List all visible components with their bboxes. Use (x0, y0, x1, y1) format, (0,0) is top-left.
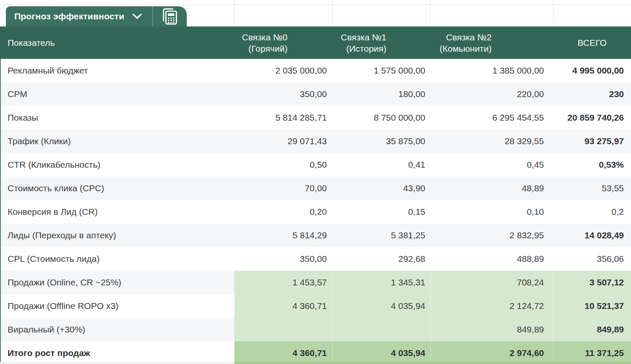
header-cell-bundle-2[interactable]: Связка №2 (Комьюнити) (430, 26, 553, 59)
table-row: Показы 5 814 285,71 8 750 000,00 6 295 4… (0, 106, 631, 129)
cell-value[interactable]: 28 329,55 (430, 129, 553, 153)
cell-value[interactable]: 2 832,95 (430, 224, 553, 247)
table-row: Продажи (Online, CR ~25%) 1 453,57 1 345… (0, 271, 631, 294)
cell-value[interactable]: 3 507,12 (553, 271, 631, 294)
row-label[interactable]: CTR (Кликабельность) (0, 153, 234, 177)
cell-value[interactable]: 2 035 000,00 (234, 59, 332, 82)
cell-value[interactable]: 8 750 000,00 (332, 106, 430, 129)
cell-value[interactable]: 11 371,25 (553, 341, 631, 364)
cell-value[interactable]: 849,89 (430, 318, 553, 341)
table-row: CPM 350,00 180,00 220,00 230 (0, 82, 631, 106)
column-gridline (430, 0, 431, 26)
table-row: Трафик (Клики) 29 071,43 35 875,00 28 32… (0, 129, 631, 153)
cell-value[interactable]: 180,00 (332, 82, 430, 106)
row-label[interactable]: Трафик (Клики) (0, 129, 234, 153)
table-row: Стоимость клика (CPC) 70,00 43,90 48,89 … (0, 177, 631, 200)
row-label[interactable]: Конверсия в Лид (CR) (0, 200, 234, 224)
row-label[interactable]: CPM (0, 82, 234, 106)
cell-value[interactable]: 0,15 (332, 200, 430, 224)
row-label[interactable]: Лиды (Переходы в аптеку) (0, 224, 234, 247)
cell-value[interactable]: 0,45 (430, 153, 553, 177)
table-title: Прогноз эффективности (14, 11, 125, 21)
table-row: Продажи (Offline ROPO x3) 4 360,71 4 035… (0, 294, 631, 318)
cell-value[interactable]: 35 875,00 (332, 129, 430, 153)
cell-value[interactable]: 1 575 000,00 (332, 59, 430, 82)
cell-value[interactable]: 10 521,37 (553, 294, 631, 318)
table-row: Рекламный бюджет 2 035 000,00 1 575 000,… (0, 59, 631, 82)
table-row-total: Итого рост продаж 4 360,71 4 035,94 2 97… (0, 341, 631, 364)
cell-value[interactable]: 1 453,57 (234, 271, 332, 294)
header-cell-bundle-0[interactable]: Связка №0 (Горячий) (234, 26, 332, 59)
cell-value[interactable]: 29 071,43 (234, 129, 332, 153)
cell-value[interactable]: 292,68 (332, 247, 430, 271)
cell-value[interactable]: 0,2 (553, 200, 631, 224)
column-gridline (553, 0, 554, 26)
cell-value[interactable]: 20 859 740,26 (553, 106, 631, 129)
calculator-icon (161, 7, 179, 26)
table-name-dropdown[interactable]: Прогноз эффективности (6, 6, 152, 26)
cell-value[interactable]: 2 124,72 (430, 294, 553, 318)
cell-value[interactable]: 708,24 (430, 271, 553, 294)
forecast-table: Показатель Связка №0 (Горячий) Связка №1… (0, 26, 631, 364)
cell-value[interactable]: 4 035,94 (332, 294, 430, 318)
row-gridline (0, 4, 631, 5)
spreadsheet-canvas: Прогноз эффективности (0, 0, 631, 364)
cell-value[interactable]: 1 345,31 (332, 271, 430, 294)
table-bottom-border (234, 362, 631, 364)
table-left-border (0, 59, 1, 364)
column-gridline (234, 0, 235, 26)
row-label[interactable]: CPL (Стоимость лида) (0, 247, 234, 271)
cell-value[interactable]: 4 995 000,00 (553, 59, 631, 82)
column-gridline (332, 0, 333, 26)
table-row: Виральный (+30%) 849,89 849,89 (0, 318, 631, 341)
cell-value[interactable]: 350,00 (234, 82, 332, 106)
cell-value[interactable]: 230 (553, 82, 631, 106)
cell-value[interactable]: 5 814 285,71 (234, 106, 332, 129)
table-row: CPL (Стоимость лида) 350,00 292,68 488,8… (0, 247, 631, 271)
cell-value[interactable]: 6 295 454,55 (430, 106, 553, 129)
cell-value[interactable]: 70,00 (234, 177, 332, 200)
cell-value[interactable]: 14 028,49 (553, 224, 631, 247)
row-label[interactable]: Рекламный бюджет (0, 59, 234, 82)
header-cell-total[interactable]: ВСЕГО (553, 26, 631, 59)
header-cell-bundle-1[interactable]: Связка №1 (История) (332, 26, 430, 59)
row-label[interactable]: Итого рост продаж (0, 341, 234, 364)
cell-value[interactable]: 849,89 (553, 318, 631, 341)
table-row: Лиды (Переходы в аптеку) 5 814,29 5 381,… (0, 224, 631, 247)
cell-value[interactable]: 4 360,71 (234, 294, 332, 318)
cell-value[interactable] (332, 318, 430, 341)
cell-value[interactable]: 356,06 (553, 247, 631, 271)
row-label[interactable]: Продажи (Offline ROPO x3) (0, 294, 234, 318)
cell-value[interactable]: 0,41 (332, 153, 430, 177)
cell-value[interactable]: 5 814,29 (234, 224, 332, 247)
cell-value[interactable] (234, 318, 332, 341)
cell-value[interactable]: 0,20 (234, 200, 332, 224)
cell-value[interactable]: 0,53% (553, 153, 631, 177)
table-row: CTR (Кликабельность) 0,50 0,41 0,45 0,53… (0, 153, 631, 177)
cell-value[interactable]: 488,89 (430, 247, 553, 271)
cell-value[interactable]: 1 385 000,00 (430, 59, 553, 82)
table-bottom-border (0, 362, 234, 364)
calculator-button[interactable] (153, 6, 187, 26)
row-label[interactable]: Стоимость клика (CPC) (0, 177, 234, 200)
cell-value[interactable]: 0,50 (234, 153, 332, 177)
header-cell-metric[interactable]: Показатель (0, 26, 234, 59)
cell-value[interactable]: 0,10 (430, 200, 553, 224)
row-label[interactable]: Продажи (Online, CR ~25%) (0, 271, 234, 294)
cell-value[interactable]: 5 381,25 (332, 224, 430, 247)
cell-value[interactable]: 53,55 (553, 177, 631, 200)
cell-value[interactable]: 93 275,97 (553, 129, 631, 153)
table-widget-tab: Прогноз эффективности (6, 6, 187, 26)
chevron-down-icon[interactable] (132, 13, 142, 19)
row-label[interactable]: Виральный (+30%) (0, 318, 234, 341)
cell-value[interactable]: 4 035,94 (332, 341, 430, 364)
cell-value[interactable]: 2 974,60 (430, 341, 553, 364)
cell-value[interactable]: 4 360,71 (234, 341, 332, 364)
table-row: Конверсия в Лид (CR) 0,20 0,15 0,10 0,2 (0, 200, 631, 224)
cell-value[interactable]: 43,90 (332, 177, 430, 200)
cell-value[interactable]: 48,89 (430, 177, 553, 200)
row-label[interactable]: Показы (0, 106, 234, 129)
cell-value[interactable]: 220,00 (430, 82, 553, 106)
cell-value[interactable]: 350,00 (234, 247, 332, 271)
table-header-row: Показатель Связка №0 (Горячий) Связка №1… (0, 26, 631, 59)
